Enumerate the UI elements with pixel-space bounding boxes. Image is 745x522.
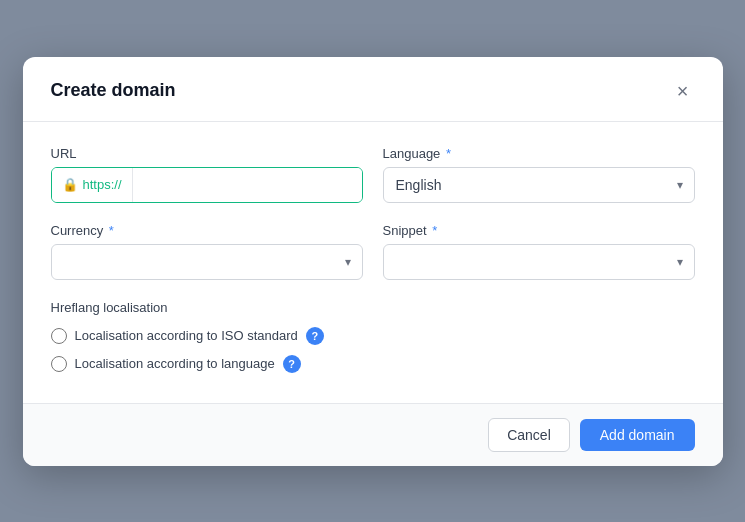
language-select[interactable]: English French German Spanish Italian [383,167,695,203]
snippet-required-star: * [429,223,438,238]
radio-language[interactable] [51,356,67,372]
language-select-wrapper: English French German Spanish Italian ▾ [383,167,695,203]
language-field-group: Language * English French German Spanish… [383,146,695,203]
close-button[interactable]: × [671,79,695,103]
language-required-star: * [442,146,451,161]
snippet-field-group: Snippet * ▾ [383,223,695,280]
url-label: URL [51,146,363,161]
snippet-select-wrapper: ▾ [383,244,695,280]
add-domain-button[interactable]: Add domain [580,419,695,451]
modal-footer: Cancel Add domain [23,403,723,466]
snippet-label: Snippet * [383,223,695,238]
currency-label: Currency * [51,223,363,238]
hreflang-title: Hreflang localisation [51,300,695,315]
form-row-1: URL 🔒 https:// Language * [51,146,695,203]
currency-select-wrapper: ▾ [51,244,363,280]
form-row-2: Currency * ▾ Snippet * [51,223,695,280]
radio-iso-label: Localisation according to ISO standard [75,328,298,343]
hreflang-section: Hreflang localisation Localisation accor… [51,300,695,373]
currency-field-group: Currency * ▾ [51,223,363,280]
modal-body: URL 🔒 https:// Language * [23,122,723,403]
url-input-wrapper: 🔒 https:// [51,167,363,203]
cancel-button[interactable]: Cancel [488,418,570,452]
radio-language-label: Localisation according to language [75,356,275,371]
currency-select[interactable] [51,244,363,280]
radio-option-iso: Localisation according to ISO standard ? [51,327,695,345]
snippet-select[interactable] [383,244,695,280]
url-prefix: 🔒 https:// [52,168,133,202]
language-label: Language * [383,146,695,161]
radio-option-language: Localisation according to language ? [51,355,695,373]
url-prefix-text: https:// [83,177,122,192]
url-field-group: URL 🔒 https:// [51,146,363,203]
create-domain-modal: Create domain × URL 🔒 https:// [23,57,723,466]
currency-required-star: * [105,223,114,238]
radio-iso[interactable] [51,328,67,344]
help-icon-language[interactable]: ? [283,355,301,373]
modal-title: Create domain [51,80,176,101]
modal-overlay: Create domain × URL 🔒 https:// [0,0,745,522]
help-icon-iso[interactable]: ? [306,327,324,345]
modal-header: Create domain × [23,57,723,122]
lock-icon: 🔒 [62,177,78,192]
url-input[interactable] [133,168,362,202]
